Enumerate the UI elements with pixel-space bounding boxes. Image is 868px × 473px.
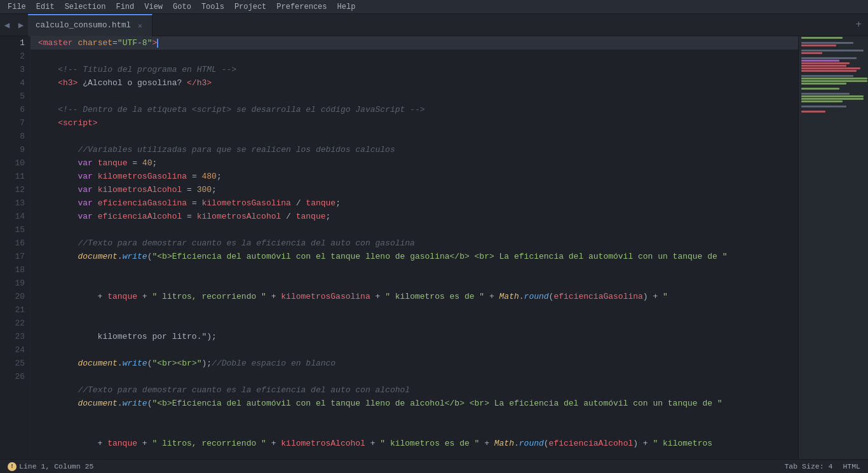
menu-bar: File Edit Selection Find View Goto Tools… [0, 0, 868, 14]
tab-add-button[interactable]: + [851, 19, 865, 31]
code-line-6[interactable]: <!-- Dentro de la etiqueta <script> se d… [31, 103, 798, 116]
line-number-25: 25 [0, 357, 25, 370]
tab-nav-left[interactable]: ◀ [0, 14, 14, 36]
cursor-position: Line 1, Column 25 [19, 462, 93, 470]
minimap-content [799, 36, 868, 459]
editor-tab[interactable]: calculo_consumo.html ✕ [28, 14, 153, 36]
line-number-10: 10 [0, 156, 25, 170]
line-number-3: 3 [0, 63, 25, 76]
code-area[interactable]: <master charset="UTF-8"> <!-- Titulo del… [31, 36, 798, 459]
code-line-3[interactable]: <!-- Titulo del programa en HTML --> [31, 63, 798, 76]
code-line-10[interactable]: var tanque = 40; [31, 156, 798, 170]
menu-view[interactable]: View [139, 1, 168, 13]
code-line-16[interactable]: //Texto para demostrar cuanto es la efic… [31, 236, 798, 250]
code-line-15[interactable] [31, 223, 798, 236]
minimap [798, 36, 868, 459]
menu-goto[interactable]: Goto [168, 1, 196, 13]
line-number-9: 9 [0, 143, 25, 156]
line-number-26: 26 [0, 370, 25, 383]
line-number-17: 17 [0, 250, 25, 263]
menu-project[interactable]: Project [229, 1, 271, 13]
code-line-9[interactable]: //Variables utilizadas para que se reali… [31, 143, 798, 156]
menu-find[interactable]: Find [111, 1, 139, 13]
tab-filename: calculo_consumo.html [36, 21, 131, 30]
code-line-13[interactable]: var eficienciaGasolina = kilometrosGasol… [31, 196, 798, 210]
line-number-2: 2 [0, 50, 25, 63]
code-line-17[interactable]: document.write("<b>Eficiencia del automó… [31, 250, 798, 343]
tab-bar: ◀ ▶ calculo_consumo.html ✕ + [0, 14, 868, 36]
line-number-19: 19 [0, 277, 25, 290]
editor-container: 1 2 3 4 5 6 7 8 9 10 11 12 13 14 15 16 1… [0, 36, 868, 459]
menu-edit[interactable]: Edit [31, 1, 60, 13]
status-bar: ! Line 1, Column 25 Tab Size: 4 HTML [0, 459, 868, 473]
line-number-16: 16 [0, 236, 25, 250]
code-line-5[interactable] [31, 90, 798, 103]
line-number-4: 4 [0, 76, 25, 90]
menu-file[interactable]: File [3, 1, 31, 13]
line-number-14: 14 [0, 210, 25, 223]
status-left: ! Line 1, Column 25 [8, 462, 93, 471]
menu-tools[interactable]: Tools [196, 1, 229, 13]
line-number-12: 12 [0, 183, 25, 196]
code-line-4[interactable]: <h3> ¿Alcohol o gosolina? </h3> [31, 76, 798, 90]
line-number-11: 11 [0, 170, 25, 183]
tab-size-indicator: Tab Size: 4 [784, 462, 832, 470]
code-line-2[interactable] [31, 50, 798, 63]
code-line-22[interactable]: document.write("<b>Eficiencia del automó… [31, 397, 798, 459]
line-number-18: 18 [0, 263, 25, 277]
menu-preferences[interactable]: Preferences [271, 1, 332, 13]
line-number-5: 5 [0, 90, 25, 103]
line-number-22: 22 [0, 317, 25, 330]
line-number-21: 21 [0, 303, 25, 317]
line-number-24: 24 [0, 343, 25, 357]
warning-icon: ! [8, 462, 17, 471]
line-number-6: 6 [0, 103, 25, 116]
line-number-1: 1 [0, 36, 25, 50]
code-line-14[interactable]: var eficienciaAlcohol = kilometrosAlcoho… [31, 210, 798, 223]
menu-selection[interactable]: Selection [60, 1, 111, 13]
code-line-7[interactable]: <script> [31, 116, 798, 130]
tab-close-button[interactable]: ✕ [136, 21, 144, 31]
code-line-11[interactable]: var kilometrosGasolina = 480; [31, 170, 798, 183]
line-number-13: 13 [0, 196, 25, 210]
code-line-19[interactable]: document.write("<br><br>");//Doble espac… [31, 357, 798, 370]
code-line-18[interactable] [31, 343, 798, 357]
code-line-8[interactable] [31, 130, 798, 143]
line-number-15: 15 [0, 223, 25, 236]
line-number-7: 7 [0, 116, 25, 130]
code-line-12[interactable]: var kilometrosAlcohol = 300; [31, 183, 798, 196]
status-right: Tab Size: 4 HTML [784, 462, 860, 470]
line-number-8: 8 [0, 130, 25, 143]
language-indicator: HTML [843, 462, 860, 470]
code-line-21[interactable]: //Texto para demostrar cuanto es la efic… [31, 383, 798, 397]
tab-nav-right[interactable]: ▶ [14, 14, 28, 36]
menu-help[interactable]: Help [332, 1, 361, 13]
code-line-1[interactable]: <master charset="UTF-8"> [31, 36, 798, 50]
line-numbers-gutter: 1 2 3 4 5 6 7 8 9 10 11 12 13 14 15 16 1… [0, 36, 31, 459]
code-line-20[interactable] [31, 370, 798, 383]
line-number-20: 20 [0, 290, 25, 303]
line-number-23: 23 [0, 330, 25, 343]
